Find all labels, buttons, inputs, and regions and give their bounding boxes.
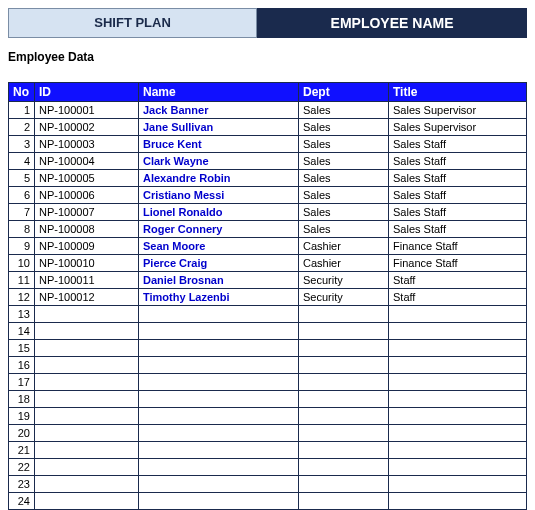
cell-title[interactable]: Sales Supervisor <box>389 119 527 136</box>
cell-no[interactable]: 3 <box>9 136 35 153</box>
cell-id[interactable] <box>35 391 139 408</box>
cell-name[interactable] <box>139 459 299 476</box>
cell-name[interactable]: Pierce Craig <box>139 255 299 272</box>
cell-id[interactable]: NP-100001 <box>35 102 139 119</box>
cell-dept[interactable]: Security <box>299 289 389 306</box>
cell-title[interactable]: Sales Staff <box>389 187 527 204</box>
cell-title[interactable] <box>389 476 527 493</box>
cell-dept[interactable] <box>299 476 389 493</box>
cell-no[interactable]: 5 <box>9 170 35 187</box>
cell-no[interactable]: 21 <box>9 442 35 459</box>
table-row[interactable]: 13 <box>9 306 527 323</box>
table-row[interactable]: 18 <box>9 391 527 408</box>
table-row[interactable]: 1NP-100001Jack BannerSalesSales Supervis… <box>9 102 527 119</box>
table-row[interactable]: 24 <box>9 493 527 510</box>
col-header-id[interactable]: ID <box>35 83 139 102</box>
cell-title[interactable] <box>389 374 527 391</box>
cell-name[interactable] <box>139 374 299 391</box>
cell-title[interactable]: Sales Staff <box>389 153 527 170</box>
cell-id[interactable] <box>35 357 139 374</box>
cell-title[interactable] <box>389 442 527 459</box>
cell-dept[interactable]: Security <box>299 272 389 289</box>
cell-no[interactable]: 18 <box>9 391 35 408</box>
cell-dept[interactable] <box>299 459 389 476</box>
cell-title[interactable] <box>389 306 527 323</box>
cell-dept[interactable]: Sales <box>299 170 389 187</box>
cell-name[interactable]: Jane Sullivan <box>139 119 299 136</box>
cell-id[interactable] <box>35 459 139 476</box>
cell-id[interactable]: NP-100008 <box>35 221 139 238</box>
cell-no[interactable]: 16 <box>9 357 35 374</box>
cell-no[interactable]: 2 <box>9 119 35 136</box>
cell-title[interactable]: Sales Staff <box>389 136 527 153</box>
cell-name[interactable] <box>139 391 299 408</box>
cell-no[interactable]: 11 <box>9 272 35 289</box>
cell-dept[interactable] <box>299 391 389 408</box>
cell-title[interactable] <box>389 425 527 442</box>
cell-dept[interactable]: Sales <box>299 204 389 221</box>
cell-name[interactable] <box>139 408 299 425</box>
cell-name[interactable] <box>139 306 299 323</box>
table-row[interactable]: 22 <box>9 459 527 476</box>
cell-id[interactable]: NP-100007 <box>35 204 139 221</box>
cell-dept[interactable] <box>299 357 389 374</box>
cell-id[interactable] <box>35 493 139 510</box>
cell-dept[interactable] <box>299 306 389 323</box>
cell-id[interactable]: NP-100010 <box>35 255 139 272</box>
table-row[interactable]: 23 <box>9 476 527 493</box>
cell-no[interactable]: 9 <box>9 238 35 255</box>
cell-dept[interactable] <box>299 374 389 391</box>
cell-title[interactable] <box>389 340 527 357</box>
cell-no[interactable]: 13 <box>9 306 35 323</box>
cell-id[interactable] <box>35 476 139 493</box>
cell-dept[interactable]: Sales <box>299 136 389 153</box>
table-row[interactable]: 7NP-100007Lionel RonaldoSalesSales Staff <box>9 204 527 221</box>
cell-id[interactable]: NP-100002 <box>35 119 139 136</box>
cell-title[interactable]: Staff <box>389 289 527 306</box>
cell-name[interactable] <box>139 323 299 340</box>
cell-title[interactable]: Sales Staff <box>389 170 527 187</box>
cell-name[interactable]: Jack Banner <box>139 102 299 119</box>
table-row[interactable]: 3NP-100003Bruce KentSalesSales Staff <box>9 136 527 153</box>
cell-dept[interactable]: Sales <box>299 221 389 238</box>
cell-dept[interactable]: Cashier <box>299 238 389 255</box>
cell-dept[interactable] <box>299 408 389 425</box>
cell-id[interactable]: NP-100009 <box>35 238 139 255</box>
cell-no[interactable]: 7 <box>9 204 35 221</box>
cell-name[interactable]: Daniel Brosnan <box>139 272 299 289</box>
cell-id[interactable] <box>35 425 139 442</box>
cell-no[interactable]: 8 <box>9 221 35 238</box>
cell-name[interactable]: Bruce Kent <box>139 136 299 153</box>
table-row[interactable]: 19 <box>9 408 527 425</box>
col-header-dept[interactable]: Dept <box>299 83 389 102</box>
cell-no[interactable]: 15 <box>9 340 35 357</box>
col-header-title[interactable]: Title <box>389 83 527 102</box>
cell-no[interactable]: 14 <box>9 323 35 340</box>
cell-name[interactable] <box>139 340 299 357</box>
cell-title[interactable]: Sales Staff <box>389 204 527 221</box>
table-row[interactable]: 8NP-100008Roger ConnerySalesSales Staff <box>9 221 527 238</box>
table-row[interactable]: 12NP-100012Timothy LazenbiSecurityStaff <box>9 289 527 306</box>
cell-id[interactable]: NP-100003 <box>35 136 139 153</box>
cell-title[interactable]: Finance Staff <box>389 238 527 255</box>
cell-name[interactable]: Cristiano Messi <box>139 187 299 204</box>
cell-no[interactable]: 24 <box>9 493 35 510</box>
table-row[interactable]: 20 <box>9 425 527 442</box>
cell-title[interactable]: Sales Staff <box>389 221 527 238</box>
cell-no[interactable]: 17 <box>9 374 35 391</box>
cell-no[interactable]: 19 <box>9 408 35 425</box>
cell-name[interactable] <box>139 493 299 510</box>
cell-no[interactable]: 4 <box>9 153 35 170</box>
table-row[interactable]: 5NP-100005Alexandre RobinSalesSales Staf… <box>9 170 527 187</box>
table-row[interactable]: 17 <box>9 374 527 391</box>
cell-dept[interactable]: Sales <box>299 119 389 136</box>
cell-dept[interactable] <box>299 323 389 340</box>
cell-dept[interactable]: Sales <box>299 102 389 119</box>
table-row[interactable]: 2NP-100002Jane SullivanSalesSales Superv… <box>9 119 527 136</box>
cell-id[interactable] <box>35 323 139 340</box>
cell-dept[interactable]: Sales <box>299 187 389 204</box>
cell-title[interactable] <box>389 459 527 476</box>
cell-name[interactable] <box>139 442 299 459</box>
cell-id[interactable] <box>35 306 139 323</box>
cell-no[interactable]: 6 <box>9 187 35 204</box>
